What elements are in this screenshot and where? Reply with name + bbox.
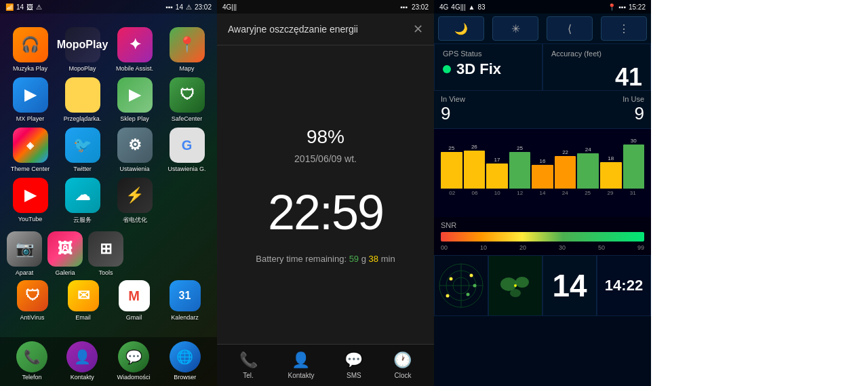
sms-label: SMS [347,372,361,379]
app-tools[interactable]: ⊞ Tools [88,231,123,276]
gps-fix-text: 3D Fix [456,60,501,78]
dock-kontakty-label: Kontakty [71,374,94,381]
app-ustawienia[interactable]: ⚙ Ustawienia [111,128,158,172]
bar-rect-06 [464,151,486,189]
star-button[interactable]: ✳ [492,16,538,41]
bar-id-12: 12 [509,190,531,196]
battery-percent: 98% [307,126,344,148]
tel-label: Tel. [243,372,254,379]
gps-accuracy-box: Accuracy (feet) 41 [542,43,651,91]
tools-icon: ⊞ [88,231,123,267]
dock-kontakty[interactable]: 👤 Kontakty [66,341,98,381]
app-mopoplay[interactable]: MopoPlay MopoPlay [59,27,106,72]
battery-unit2: min [381,254,395,264]
app-battery[interactable]: ⚡ 省电优化 [111,178,158,225]
gps-fix-box: GPS Status 3D Fix [434,43,542,91]
svg-point-12 [515,277,529,288]
signal-icon: 📶 [5,3,14,11]
bar-col-25: 24 [577,147,599,189]
app-safecenter[interactable]: 🛡 SafeCenter [163,77,210,122]
svg-point-13 [510,289,521,297]
svg-point-6 [470,274,473,277]
ust-g-label: Ustawienia G. [167,166,205,172]
app-twitter[interactable]: 🐦 Twitter [59,128,106,172]
app-sklep[interactable]: ▶ Sklep Play [111,77,158,122]
radar-svg [437,262,485,309]
bar-value-14: 16 [540,158,546,164]
notif-count: 14 [16,3,24,11]
bar-col-10: 17 [486,157,508,189]
muzyka-icon: 🎧 [13,27,48,62]
status-right-3: 📍 ▪▪▪ 15:22 [608,3,646,11]
app-email[interactable]: ✉ Email [68,280,99,321]
status-left-3: 4G 4G||| ▲ 83 [439,3,486,11]
app-mapy[interactable]: 📍 Mapy [163,27,210,72]
arrow-up: ▲ [468,3,475,11]
home-screen: 📶 14 🖼 ⚠ ▪▪▪ 14 ⚠ 23:02 🎧 Muzyka Play Mo… [0,0,217,386]
more-button[interactable]: ⋮ [601,16,647,41]
mopoplay-label: MopoPlay [68,65,96,72]
in-use-col: In Use 9 [623,95,644,124]
app-theme[interactable]: ◈ Theme Center [7,128,54,172]
bottom-sms[interactable]: 💬 SMS [344,351,363,379]
bottom-clock[interactable]: 🕐 Clock [393,351,412,379]
bar-rect-14 [532,165,553,189]
bar-value-02: 25 [448,145,454,151]
satellite-bars: 252617251622241830 [438,134,647,189]
bar-id-24: 24 [554,190,576,196]
app-grid: 🎧 Muzyka Play MopoPlay MopoPlay ✦ Mobile… [0,14,217,231]
antivirus-label: AntiVirus [20,314,45,321]
signal-3: 4G||| [451,3,465,11]
number-widget: 14 [542,255,597,316]
close-button[interactable]: ✕ [413,22,423,37]
warning2-icon: ⚠ [186,3,192,11]
in-view-col: In View 9 [441,95,465,124]
snr-label: SNR [441,221,644,229]
ust-g-icon: G [170,128,205,163]
app-antivirus[interactable]: 🛡 AntiVirus [17,280,48,321]
bar-rect-02 [441,152,462,189]
yunfuwu-icon: ☁ [65,178,100,213]
location-icon: 📍 [608,3,616,11]
tools-label: Tools [98,269,113,276]
clock-display: 22:59 [268,185,383,240]
big-number: 14 [552,267,587,304]
app-muzyka[interactable]: 🎧 Muzyka Play [7,27,54,72]
tel-icon: 📞 [239,351,258,369]
app-galeria[interactable]: 🖼 Galeria [47,231,83,276]
app-gmail[interactable]: M Gmail [119,280,150,321]
dock-wiad-label: Wiadomości [117,374,151,381]
kontakty-label: Kontakty [288,372,315,379]
ustawienia-icon: ⚙ [117,128,153,163]
app-mx[interactable]: ▶ MX Player [7,77,54,122]
app-kalendarz[interactable]: 31 Kalendarz [170,280,201,321]
snr-scale-30: 30 [559,244,566,251]
snr-scale-50: 50 [598,244,605,251]
app-ust-g[interactable]: G Ustawienia G. [163,128,210,172]
app-przegladrka[interactable]: Przeglądarka. [59,77,106,122]
app-yunfuwu[interactable]: ☁ 云服务 [59,178,106,225]
kontakty-icon: 👤 [292,351,310,369]
twitter-icon: 🐦 [65,128,100,163]
kalendarz-label: Kalendarz [171,314,199,321]
mobile-icon: ✦ [117,27,153,62]
email-label: Email [75,314,91,321]
status-bar-3: 4G 4G||| ▲ 83 📍 ▪▪▪ 15:22 [434,0,651,14]
app-youtube[interactable]: ▶ YouTube [7,178,54,225]
app-aparat[interactable]: 📷 Aparat [7,231,42,276]
bottom-tel[interactable]: 📞 Tel. [239,351,258,379]
bar-value-10: 17 [494,157,500,163]
share-button[interactable]: ⟨ [547,16,593,41]
bar-id-25: 25 [576,190,599,196]
snr-scale-99: 99 [637,244,644,251]
dock-telefon[interactable]: 📞 Telefon [16,341,47,381]
dock-browser[interactable]: 🌐 Browser [170,341,201,381]
app-mobile[interactable]: ✦ Mobile Assist. [111,27,158,72]
bar-ids: 020610121424252931 [438,189,647,197]
dock-wiad-icon: 💬 [118,341,149,372]
bottom-kontakty[interactable]: 👤 Kontakty [288,351,315,379]
dock-wiadomosci[interactable]: 💬 Wiadomości [117,341,151,381]
battery-min: 38 [369,254,378,264]
dialog-content: 98% 2015/06/09 wt. 22:59 Battery time re… [217,45,434,344]
moon-button[interactable]: 🌙 [438,16,484,41]
